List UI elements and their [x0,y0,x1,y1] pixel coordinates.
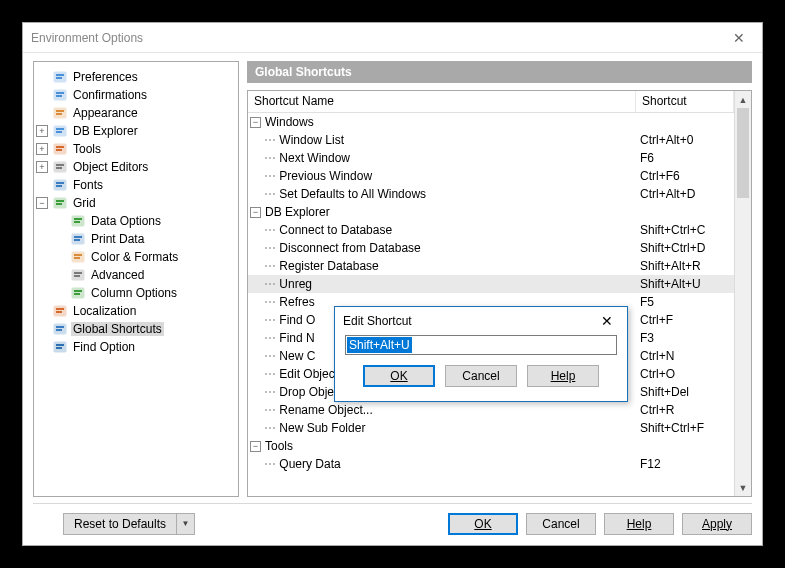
tree-item[interactable]: +DB Explorer [34,122,238,140]
grid-header: Shortcut Name Shortcut [248,91,734,113]
shortcut-value: Ctrl+R [636,403,734,417]
shortcut-value: F5 [636,295,734,309]
svg-rect-20 [56,185,62,187]
shortcut-name: Refres [279,295,314,309]
scroll-down-icon[interactable]: ▼ [735,479,751,496]
shortcut-name: Window List [279,133,344,147]
svg-rect-23 [56,203,62,205]
shortcut-name: Unreg [279,277,312,291]
tree-item[interactable]: Column Options [34,284,238,302]
tree-toggle-icon[interactable]: − [36,197,48,209]
svg-rect-28 [74,236,82,238]
tree-item[interactable]: −Grid [34,194,238,212]
tree-item[interactable]: Global Shortcuts [34,320,238,338]
tree-item-label: Data Options [89,214,163,228]
svg-rect-29 [74,239,80,241]
grid-row[interactable]: −Tools [248,437,734,455]
grid-row[interactable]: ⋯ Set Defaults to All WindowsCtrl+Alt+D [248,185,734,203]
tree-toggle-icon[interactable]: + [36,161,48,173]
grid-row[interactable]: −DB Explorer [248,203,734,221]
shortcut-input[interactable]: Shift+Alt+U [345,335,617,355]
tree-item[interactable]: Preferences [34,68,238,86]
close-icon[interactable]: ✕ [724,23,754,53]
tree-node-icon [52,321,68,337]
grid-row[interactable]: ⋯ Register DatabaseShift+Alt+R [248,257,734,275]
tree-node-icon [52,87,68,103]
col-shortcut[interactable]: Shortcut [636,91,734,112]
tree-connector: ⋯ [264,349,279,363]
group-label: DB Explorer [265,205,330,219]
scroll-thumb[interactable] [737,108,749,198]
grid-row[interactable]: ⋯ Previous WindowCtrl+F6 [248,167,734,185]
col-shortcut-name[interactable]: Shortcut Name [248,91,636,112]
svg-rect-31 [74,254,82,256]
tree-item[interactable]: Advanced [34,266,238,284]
grid-row[interactable]: ⋯ Window ListCtrl+Alt+0 [248,131,734,149]
modal-help-button[interactable]: Help [527,365,599,387]
tree-item-label: Advanced [89,268,146,282]
shortcut-name: Disconnect from Database [279,241,420,255]
shortcut-value: F12 [636,457,734,471]
ok-button[interactable]: OK [448,513,518,535]
grid-row[interactable]: −Windows [248,113,734,131]
tree-item[interactable]: +Object Editors [34,158,238,176]
tree-node-icon [70,231,86,247]
svg-rect-2 [56,77,62,79]
shortcut-value: Shift+Ctrl+F [636,421,734,435]
svg-rect-25 [74,218,82,220]
scroll-up-icon[interactable]: ▲ [735,91,751,108]
svg-rect-32 [74,257,80,259]
grid-scrollbar[interactable]: ▲ ▼ [734,91,751,496]
options-tree[interactable]: PreferencesConfirmationsAppearance+DB Ex… [34,68,238,356]
window-title: Environment Options [31,31,724,45]
grid-row[interactable]: ⋯ Next WindowF6 [248,149,734,167]
cancel-button[interactable]: Cancel [526,513,596,535]
shortcut-name: Find N [279,331,314,345]
svg-rect-14 [56,149,62,151]
svg-rect-43 [56,326,64,328]
shortcuts-grid: Shortcut Name Shortcut −Windows⋯ Window … [247,90,752,497]
group-toggle-icon[interactable]: − [250,441,261,452]
grid-row[interactable]: ⋯ New Sub FolderShift+Ctrl+F [248,419,734,437]
modal-close-icon[interactable]: ✕ [595,313,619,329]
tree-item[interactable]: Data Options [34,212,238,230]
help-button[interactable]: Help [604,513,674,535]
tree-node-icon [52,141,68,157]
tree-item[interactable]: Appearance [34,104,238,122]
group-toggle-icon[interactable]: − [250,117,261,128]
tree-item[interactable]: Localization [34,302,238,320]
tree-toggle-icon[interactable]: + [36,143,48,155]
grid-row[interactable]: ⋯ Connect to DatabaseShift+Ctrl+C [248,221,734,239]
shortcut-value: Ctrl+Alt+0 [636,133,734,147]
tree-item[interactable]: Fonts [34,176,238,194]
shortcut-name: New Sub Folder [279,421,365,435]
svg-rect-46 [56,344,64,346]
tree-node-icon [70,267,86,283]
grid-row[interactable]: ⋯ Disconnect from DatabaseShift+Ctrl+D [248,239,734,257]
grid-row[interactable]: ⋯ Rename Object...Ctrl+R [248,401,734,419]
group-toggle-icon[interactable]: − [250,207,261,218]
svg-rect-7 [56,110,64,112]
modal-ok-button[interactable]: OK [363,365,435,387]
tree-toggle-icon[interactable]: + [36,125,48,137]
tree-item[interactable]: +Tools [34,140,238,158]
grid-row[interactable]: ⋯ Query DataF12 [248,455,734,473]
tree-item[interactable]: Confirmations [34,86,238,104]
tree-item[interactable]: Find Option [34,338,238,356]
tree-item-label: Confirmations [71,88,149,102]
apply-button[interactable]: Apply [682,513,752,535]
modal-cancel-button[interactable]: Cancel [445,365,517,387]
tree-connector: ⋯ [264,259,279,273]
tree-node-icon [52,303,68,319]
grid-row[interactable]: ⋯ UnregShift+Alt+U [248,275,734,293]
reset-dropdown-icon[interactable]: ▼ [177,513,195,535]
shortcut-name: Register Database [279,259,378,273]
svg-rect-16 [56,164,64,166]
tree-item[interactable]: Print Data [34,230,238,248]
tree-node-icon [52,159,68,175]
tree-connector: ⋯ [264,385,279,399]
environment-options-window: Environment Options ✕ PreferencesConfirm… [22,22,763,546]
dialog-footer: Reset to Defaults ▼ OK Cancel Help Apply [33,503,752,535]
tree-item[interactable]: Color & Formats [34,248,238,266]
reset-to-defaults-button[interactable]: Reset to Defaults [63,513,177,535]
